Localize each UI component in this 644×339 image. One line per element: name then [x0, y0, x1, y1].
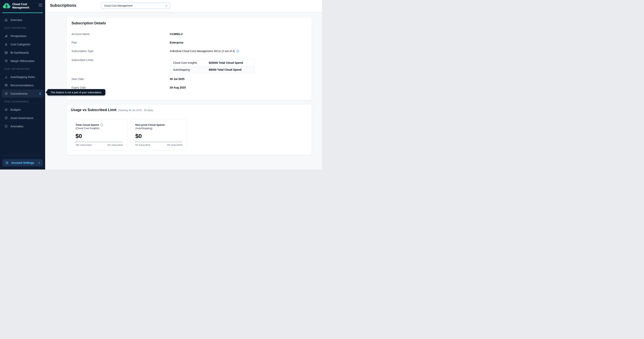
- sidebar-item-budgets[interactable]: $ Budgets: [2, 106, 44, 114]
- sidebar-item-label: BI Dashboards: [10, 51, 29, 54]
- app-title: Cloud Cost Management: [12, 2, 37, 9]
- commitments-icon: [4, 92, 8, 96]
- subscription-type-value: Individual Cloud Cost Management SKUs (2…: [170, 50, 239, 53]
- chevron-right-icon: [38, 162, 40, 164]
- sidebar-item-perspectives[interactable]: Perspectives: [2, 32, 44, 40]
- usage-progress-bar: [76, 141, 123, 143]
- limit-name: Cloud Cost Insights: [170, 61, 209, 64]
- info-icon[interactable]: [100, 123, 103, 126]
- start-date-value: 30 Jul 2025: [170, 78, 184, 80]
- usage-title: Usage vs Subscribed Limit: [71, 108, 116, 112]
- start-date-label: Start Date: [72, 78, 170, 80]
- sidebar-item-label: Budgets: [10, 108, 20, 111]
- expiry-date-label: Expiry Date: [72, 86, 170, 89]
- app-switcher-icon[interactable]: [38, 3, 42, 8]
- plan-value: Enterprise: [170, 41, 184, 44]
- limit-value: $25000 Total Cloud Spend: [209, 61, 243, 64]
- tooltip-arrow-icon: [46, 91, 47, 94]
- usage-heading: Usage vs Subscribed Limit (Starting 30 J…: [71, 108, 153, 112]
- subscribed-amount-caption: 5K Subscribed: [135, 144, 150, 146]
- sidebar-item-anomalies[interactable]: Anomalies: [2, 122, 44, 130]
- home-icon: [4, 18, 8, 22]
- total-cloud-spend-subtitle: (Cloud Cost Insights): [76, 127, 100, 130]
- shield-dollar-icon: $: [4, 116, 8, 120]
- subscribed-limits-table: Cloud Cost Insights $25000 Total Cloud S…: [170, 59, 254, 73]
- section-cost-governance: COST GOVERNANCE: [0, 100, 45, 103]
- bar-chart-icon: [4, 34, 8, 38]
- subscription-details-card: Subscription Details Account Name CCMNG-…: [67, 18, 312, 100]
- subscription-type-label: Subscription Type: [72, 50, 170, 53]
- usage-card: Usage vs Subscribed Limit (Starting 30 J…: [67, 104, 312, 155]
- app-window: $ Cloud Cost Management: [0, 0, 322, 170]
- account-name-value: CCMNG-2: [170, 32, 182, 36]
- page-header: Subscriptions Cloud Cost Management: [45, 0, 322, 12]
- module-select-value: Cloud Cost Management: [104, 4, 165, 7]
- nonprod-cloud-spend-value: $0: [135, 133, 142, 140]
- sidebar-item-label: Perspectives: [10, 34, 26, 38]
- plan-label: Plan: [72, 41, 170, 44]
- piggy-bank-icon: $: [4, 108, 8, 112]
- usage-progress-fill: [76, 141, 76, 143]
- usage-progress-bar: [135, 141, 182, 143]
- expiry-date-value: 29 Aug 2025: [170, 86, 186, 89]
- dashboard-icon: [4, 51, 8, 54]
- sidebar-item-label: AutoStopping Rules: [10, 76, 35, 78]
- table-row: Cloud Cost Insights $25000 Total Cloud S…: [170, 59, 254, 66]
- subscription-tooltip: This feature is not a part of your subsc…: [47, 89, 105, 96]
- percent-arrow-icon: [4, 59, 8, 63]
- sidebar-item-account-settings[interactable]: Account Settings: [2, 159, 43, 166]
- start-date-row: Start Date 30 Jul 2025: [72, 77, 307, 81]
- sidebar-item-commitments[interactable]: Commitments: [2, 90, 44, 98]
- shapes-icon: [4, 42, 8, 46]
- usage-captions: 5K Subscribed 0% Subscribed: [135, 144, 182, 146]
- sidebar-item-label: Cost Categories: [10, 43, 30, 46]
- info-icon[interactable]: [236, 50, 239, 53]
- tooltip-text: This feature is not a part of your subsc…: [50, 91, 102, 94]
- sidebar-item-label: Commitments: [10, 92, 28, 95]
- sidebar-divider: [2, 156, 43, 156]
- account-name-label: Account Name: [72, 32, 170, 36]
- shield-alert-icon: [4, 124, 8, 128]
- autostopping-icon: [4, 75, 8, 79]
- sidebar-item-asset-governance[interactable]: $ Asset Governance: [2, 114, 44, 122]
- subscribed-percent-caption: 0% Subscribed: [167, 144, 182, 146]
- recommendations-icon: [4, 84, 8, 87]
- limit-value: $5000 Total Cloud Spend: [209, 68, 242, 71]
- lock-icon: [38, 92, 42, 95]
- sidebar: $ Cloud Cost Management: [0, 0, 45, 170]
- plan-row: Plan Enterprise: [72, 40, 307, 44]
- subscription-type-row: Subscription Type Individual Cloud Cost …: [72, 49, 307, 53]
- content-area: Subscription Details Account Name CCMNG-…: [45, 12, 322, 170]
- total-cloud-spend-value: $0: [76, 133, 82, 140]
- total-cloud-spend-card: Total Cloud Spend (Cloud Cost Insights) …: [71, 119, 127, 150]
- sidebar-header: $ Cloud Cost Management: [0, 0, 45, 12]
- sidebar-item-margin-obfuscation[interactable]: Margin Obfuscation: [2, 57, 44, 65]
- sidebar-item-bi-dashboards[interactable]: BI Dashboards: [2, 48, 44, 57]
- chevron-down-icon: [165, 4, 168, 8]
- module-select-dropdown[interactable]: Cloud Cost Management: [101, 2, 170, 9]
- nonprod-cloud-spend-title: Non-prod Cloud Spend: [135, 123, 164, 126]
- page-title: Subscriptions: [50, 3, 76, 8]
- subscribed-percent-caption: 0% Subscribed: [108, 144, 123, 146]
- sidebar-item-autostopping-rules[interactable]: AutoStopping Rules: [2, 73, 44, 81]
- total-cloud-spend-title: Total Cloud Spend: [76, 123, 103, 126]
- sidebar-item-label: Margin Obfuscation: [10, 60, 34, 62]
- subscribed-limits-label: Subscribed Limits: [72, 58, 170, 62]
- sidebar-item-label: Anomalies: [10, 125, 23, 128]
- sidebar-nav: Overview COST REPORTING Perspectives Cos…: [0, 13, 45, 151]
- sidebar-item-label: Recommendations: [10, 84, 34, 87]
- nonprod-cloud-spend-card: Non-prod Cloud Spend (AutoStopping) $0 5…: [131, 119, 187, 150]
- section-cost-reporting: COST REPORTING: [0, 26, 45, 30]
- gear-icon: [5, 161, 9, 164]
- sidebar-item-overview[interactable]: Overview: [2, 16, 44, 24]
- sidebar-item-recommendations[interactable]: Recommendations: [2, 81, 44, 89]
- subscription-details-title: Subscription Details: [72, 21, 106, 25]
- sidebar-item-cost-categories[interactable]: Cost Categories: [2, 40, 44, 48]
- nonprod-cloud-spend-subtitle: (AutoStopping): [135, 127, 152, 130]
- expiry-date-row: Expiry Date 29 Aug 2025: [72, 86, 307, 90]
- subscribed-amount-caption: 25K Subscribed: [76, 144, 92, 146]
- limit-name: AutoStopping: [170, 68, 209, 71]
- usage-progress-fill: [135, 141, 136, 143]
- sidebar-item-label: Asset Governance: [10, 116, 33, 120]
- svg-text:$: $: [6, 117, 7, 119]
